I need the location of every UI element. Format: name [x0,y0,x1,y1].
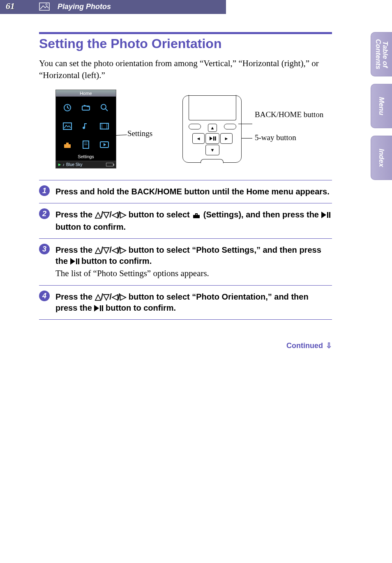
play-indicator-icon: ▶ [58,163,61,166]
tab-index-label: Index [378,149,385,167]
step-2-badge: 2 [39,208,50,219]
search-icon [96,99,113,116]
dpad-down-icon: ▼ [205,145,219,155]
tab-toc-label: Table of Contents [374,39,389,69]
home-menu-grid [56,97,116,154]
callout-backhome: BACK/HOME button [255,110,323,120]
home-menu-footer: ▶ ♪ Blue Sky [56,161,116,168]
dpad-left-icon: ◄ [192,133,205,144]
home-menu-screenshot: Home Settings ▶ ♪ Blue Sky [55,90,116,168]
video-icon [96,118,113,134]
dpad-glyph: △/▽/◁/▷ [95,210,127,219]
dpad-up-icon: ▲ [208,124,217,132]
chapter-title: Playing Photos [58,2,111,11]
step-3-badge: 3 [39,244,50,254]
svg-marker-16 [104,143,106,146]
dpad-right-icon: ► [220,133,233,144]
tab-menu[interactable]: Menu [371,84,392,128]
music-icon [78,118,95,134]
step-3: 3 Press the △/▽/◁/▷ button to select “Ph… [39,239,332,286]
photo-section-icon [39,2,50,12]
step-4: 4 Press the △/▽/◁/▷ button to select “Ph… [39,286,332,320]
device-screen [189,95,236,120]
toolbox-icon [192,210,201,222]
step-1-badge: 1 [39,185,50,196]
tab-index[interactable]: Index [371,136,392,180]
home-menu-selected-label: Settings [78,154,94,161]
svg-rect-18 [213,136,214,141]
step-4-badge: 4 [39,291,50,301]
svg-rect-8 [100,123,108,129]
option-button-icon [224,124,236,129]
steps-list: 1 Press and hold the BACK/HOME button un… [39,180,332,320]
page-number: 61 [6,1,15,12]
step-2-text: Press the △/▽/◁/▷ button to select (Sett… [55,209,332,233]
callout-line-5way [242,138,252,138]
battery-icon [106,163,113,166]
dpad-glyph: △/▽/◁/▷ [95,292,127,301]
svg-line-6 [106,109,108,111]
nowplaying-icon [96,136,113,153]
intro-paragraph: You can set the photo orientation from a… [39,58,332,82]
note-icon: ♪ [62,162,65,167]
dpad-glyph: △/▽/◁/▷ [95,245,127,254]
svg-rect-19 [215,136,216,141]
step-4-text: Press the △/▽/◁/▷ button to select “Phot… [55,291,332,314]
play-pause-icon [321,212,330,218]
tab-menu-label: Menu [378,97,385,115]
device-connector [201,159,224,163]
device-diagram: ▲ ◄ ► ▼ [182,95,242,163]
step-3-subtext: The list of “Photo Settings” options app… [55,268,332,279]
svg-rect-20 [193,215,200,218]
side-tabs: Table of Contents Menu Index [371,32,392,180]
now-playing-text: Blue Sky [66,162,82,167]
svg-point-1 [46,4,47,5]
play-pause-icon [70,258,79,265]
back-home-button-icon [189,124,201,129]
step-2: 2 Press the △/▽/◁/▷ button to select (Se… [39,203,332,239]
page-title: Setting the Photo Orientation [39,36,221,51]
callout-line-backhome [238,124,252,124]
step-1-text: Press and hold the BACK/HOME button unti… [55,186,332,197]
playlist-icon [78,136,95,153]
clock-icon [59,99,76,116]
photo-icon [59,118,76,134]
play-pause-icon [94,305,103,311]
svg-point-5 [101,104,106,109]
header-bar: 61 Playing Photos [0,0,392,14]
callout-5way: 5-way button [255,133,296,142]
dpad-center-icon [205,133,219,144]
rule-top [39,32,332,34]
svg-rect-11 [64,144,71,148]
step-1: 1 Press and hold the BACK/HOME button un… [39,180,332,203]
home-menu-title: Home [56,90,116,97]
continued-indicator: Continued ⇩ [39,341,332,350]
radio-icon [78,99,95,116]
step-3-text: Press the △/▽/◁/▷ button to select “Phot… [55,245,332,267]
tab-toc[interactable]: Table of Contents [371,32,392,76]
callout-settings: Settings [127,129,152,138]
settings-icon [59,136,76,153]
down-arrow-icon: ⇩ [326,341,332,350]
svg-marker-17 [210,136,212,141]
